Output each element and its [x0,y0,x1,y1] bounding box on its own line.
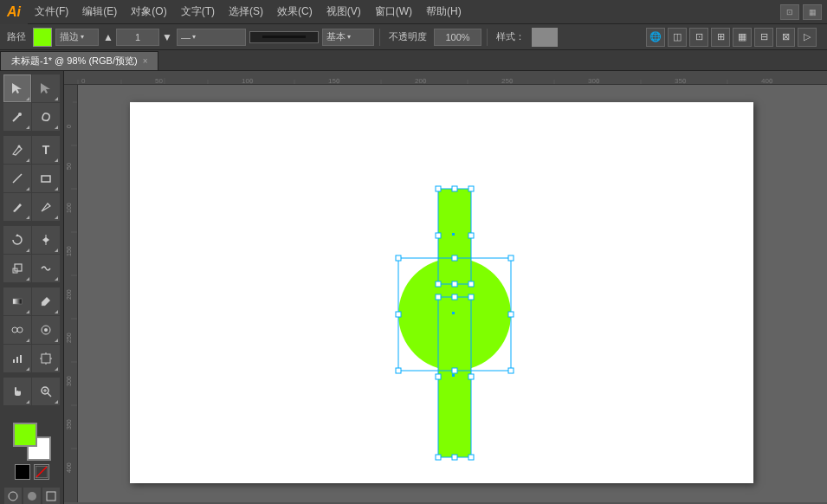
handle-tm-circ[interactable] [452,255,457,261]
sep1 [379,29,380,46]
stroke-cap-dropdown[interactable]: 基本▾ [322,29,374,46]
menu-text[interactable]: 文字(T) [174,0,222,24]
ruler-top: 0 50 100 150 200 250 [64,71,827,85]
handle-tr-bot[interactable] [468,294,474,300]
pen-tool[interactable] [3,136,31,164]
lasso-tool[interactable] [32,103,60,131]
svg-text:300: 300 [66,376,72,386]
scale-tool[interactable] [3,255,31,282]
globe-btn[interactable]: 🌐 [646,28,665,47]
svg-line-5 [13,174,22,183]
zoom-tool[interactable] [32,378,60,405]
artboard-tool[interactable] [32,345,60,372]
tool-triangle [26,400,29,404]
tool-triangle [55,339,58,342]
menu-select[interactable]: 选择(S) [222,0,270,24]
handle-bl-top[interactable] [436,281,441,287]
handle-tr-circ[interactable] [508,255,514,261]
svg-text:0: 0 [66,125,72,128]
menu-edit[interactable]: 编辑(E) [75,0,124,24]
tool-options-btn2[interactable]: ⊡ [689,28,708,47]
tool-row-8 [3,288,60,315]
selection-tool[interactable] [3,74,31,102]
handle-tm-bot[interactable] [452,294,457,300]
stroke-dropdown[interactable]: 描边▾ [55,29,99,46]
normal-mode-btn[interactable] [4,488,22,504]
handle-br-top[interactable] [468,281,474,287]
direct-selection-tool[interactable] [32,74,60,102]
mode-buttons [4,488,60,504]
stroke-up-btn[interactable]: ▲ [102,29,114,46]
style-swatch[interactable] [532,28,558,47]
warp-tool[interactable] [32,255,60,282]
handle-tl-bot[interactable] [436,294,441,300]
document-tab[interactable]: 未标题-1* @ 98% (RGB/预览) × [0,51,158,70]
tool-options-btn4[interactable]: ▦ [733,28,752,47]
svg-point-32 [9,492,17,501]
menu-window[interactable]: 窗口(W) [368,0,419,24]
tool-options-btn6[interactable]: ⊠ [776,28,795,47]
tool-triangle [55,277,58,281]
tool-options-btn5[interactable]: ⊟ [754,28,773,47]
menu-effect[interactable]: 效果(C) [270,0,320,24]
fill-swatch[interactable] [33,28,52,47]
handle-tr-top[interactable] [468,186,474,191]
gradient-tool[interactable] [3,288,31,315]
column-chart-tool[interactable] [3,345,31,372]
tool-options-btn1[interactable]: ◫ [668,28,687,47]
rect-tool[interactable] [32,165,60,192]
hand-tool[interactable] [3,378,31,405]
screen-mode-btn[interactable] [42,488,60,504]
handle-mr-circ[interactable] [508,312,514,317]
handle-mr-top[interactable] [468,233,474,238]
line-tool[interactable] [3,165,31,192]
tool-options-btn7[interactable]: ▷ [798,28,817,47]
handle-bl-bot[interactable] [436,455,441,460]
handle-br-bot[interactable] [468,455,474,460]
stroke-preview [249,31,319,43]
workspace-btn[interactable]: ⊡ [780,4,799,20]
stroke-value[interactable]: 1 [116,29,159,46]
eyedropper-tool[interactable] [32,288,60,315]
tool-options-btn3[interactable]: ⊞ [711,28,730,47]
rotate-tool[interactable] [3,226,31,254]
opacity-input[interactable]: 100% [434,29,481,46]
svg-marker-0 [12,83,22,94]
handle-bm-top[interactable] [452,281,457,287]
pencil-tool[interactable] [32,193,60,221]
symbol-tool[interactable] [32,316,60,344]
handle-tm-top[interactable] [452,186,457,191]
canvas-area[interactable]: 0 50 100 150 200 250 [64,71,827,502]
handle-mr-bot[interactable] [468,374,474,379]
mirror-tool[interactable] [32,226,60,254]
none-swatch[interactable] [34,464,49,480]
svg-text:150: 150 [66,246,72,256]
stroke-style-dropdown[interactable]: —▾ [177,29,246,46]
handle-tl-circ[interactable] [396,255,401,261]
arrange-btn[interactable]: ▦ [803,4,822,20]
tab-close-btn[interactable]: × [143,56,148,66]
opacity-label: 不透明度 [385,30,430,43]
foreground-swatch[interactable] [13,423,37,447]
default-colors-btn[interactable] [15,464,30,480]
menu-view[interactable]: 视图(V) [320,0,368,24]
menu-file[interactable]: 文件(F) [28,0,75,24]
handle-ml-circ[interactable] [396,312,401,317]
mask-mode-btn[interactable] [23,488,41,504]
menu-help[interactable]: 帮助(H) [419,0,468,24]
handle-bm-circ[interactable] [452,368,457,373]
stroke-down-btn[interactable]: ▼ [161,29,173,46]
menu-object[interactable]: 对象(O) [124,0,173,24]
handle-ml-top[interactable] [436,233,441,238]
handle-bm-bot[interactable] [452,455,457,460]
paintbrush-tool[interactable] [3,193,31,221]
handle-br-circ[interactable] [508,368,514,373]
canvas-content[interactable] [78,85,827,502]
handle-tl-top[interactable] [436,186,441,191]
handle-ml-bot[interactable] [436,374,441,379]
magic-wand-tool[interactable] [3,103,31,131]
tool-row-9 [3,316,60,344]
handle-bl-circ[interactable] [396,368,401,373]
blend-tool[interactable] [3,316,31,344]
text-tool[interactable]: T [32,136,60,164]
